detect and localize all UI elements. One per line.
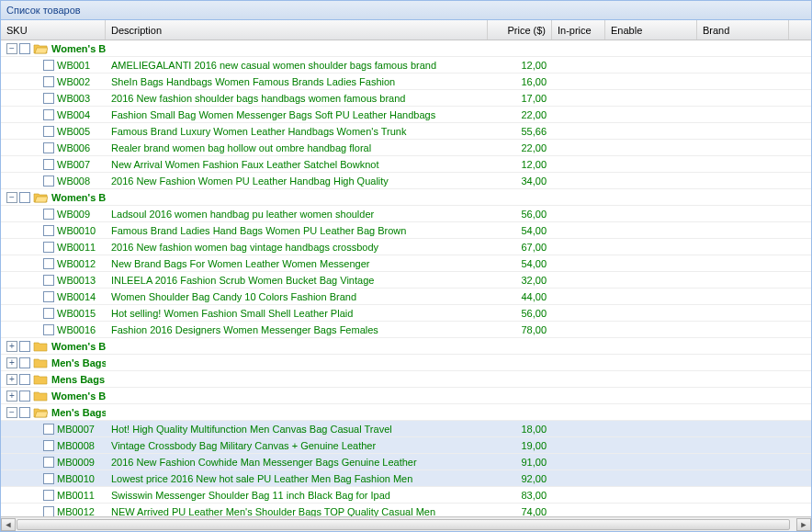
- col-header-brand[interactable]: Brand: [697, 20, 789, 40]
- col-header-desc[interactable]: Description: [106, 20, 488, 40]
- row-checkbox[interactable]: [43, 142, 54, 153]
- row-checkbox[interactable]: [43, 159, 54, 170]
- col-header-enable[interactable]: Enable: [605, 20, 697, 40]
- product-row[interactable]: WB0013INLEELA 2016 Fashion Scrub Women B…: [1, 272, 811, 289]
- collapse-icon[interactable]: −: [6, 192, 17, 203]
- product-row[interactable]: WB006Realer brand women bag hollow out o…: [1, 140, 811, 156]
- product-row[interactable]: MB0010Lowest price 2016 New hot sale PU …: [1, 470, 811, 487]
- scroll-thumb[interactable]: [17, 519, 790, 530]
- category-row[interactable]: −Women's Bags 4 (8): [1, 189, 811, 206]
- product-row[interactable]: WB009Ladsoul 2016 women handbag pu leath…: [1, 206, 811, 222]
- product-row[interactable]: WB007New Arrival Women Fashion Faux Leat…: [1, 156, 811, 173]
- col-header-inprice[interactable]: In-price: [552, 20, 605, 40]
- scroll-left-button[interactable]: ◄: [1, 518, 16, 531]
- product-row[interactable]: WB0014Women Shoulder Bag Candy 10 Colors…: [1, 289, 811, 305]
- category-row[interactable]: +Women's Bags 3 (22): [1, 338, 811, 355]
- product-row[interactable]: WB001AMELIEGALANTI 2016 new casual women…: [1, 57, 811, 74]
- row-checkbox[interactable]: [43, 258, 54, 269]
- price-cell: 18,00: [488, 424, 552, 435]
- row-checkbox[interactable]: [43, 308, 54, 319]
- tree-cell: +Men's Bags (16): [1, 357, 106, 368]
- category-label: Women's Bags 2 (32): [51, 391, 106, 402]
- sku-text: WB008: [57, 175, 90, 187]
- description-cell: Famous Brand Luxury Women Leather Handba…: [106, 126, 488, 137]
- row-checkbox[interactable]: [43, 506, 54, 517]
- category-row[interactable]: +Men's Bags (16): [1, 355, 811, 371]
- tree-cell: WB0010: [1, 225, 106, 236]
- category-row[interactable]: −Women's Bags (8): [1, 40, 811, 57]
- col-header-sku[interactable]: SKU: [1, 20, 106, 40]
- horizontal-scrollbar[interactable]: ◄ ►: [1, 516, 811, 531]
- product-row[interactable]: WB00112016 New fashion women bag vintage…: [1, 239, 811, 255]
- expand-icon[interactable]: +: [6, 374, 17, 385]
- description-cell: Ladsoul 2016 women handbag pu leather wo…: [106, 209, 488, 220]
- product-row[interactable]: MB0007Hot! High Quality Multifunction Me…: [1, 421, 811, 437]
- row-checkbox[interactable]: [19, 341, 30, 352]
- category-row[interactable]: +Mens Bags 3 (16): [1, 371, 811, 388]
- row-checkbox[interactable]: [19, 407, 30, 418]
- row-checkbox[interactable]: [43, 242, 54, 253]
- row-checkbox[interactable]: [43, 60, 54, 71]
- product-row[interactable]: WB004Fashion Small Bag Women Messenger B…: [1, 107, 811, 123]
- description-cell: Hot! High Quality Multifunction Men Canv…: [106, 424, 488, 435]
- product-row[interactable]: WB0010Famous Brand Ladies Hand Bags Wome…: [1, 222, 811, 239]
- tree-cell: WB0012: [1, 258, 106, 269]
- description-cell: Realer brand women bag hollow out ombre …: [106, 142, 488, 153]
- row-checkbox[interactable]: [43, 209, 54, 220]
- product-row[interactable]: WB002SheIn Bags Handbags Women Famous Br…: [1, 74, 811, 90]
- row-checkbox[interactable]: [43, 473, 54, 484]
- product-row[interactable]: MB0008Vintage Crossbody Bag Military Can…: [1, 437, 811, 454]
- description-cell: NEW Arrived PU Leather Men's Shoulder Ba…: [106, 506, 488, 517]
- row-checkbox[interactable]: [19, 391, 30, 402]
- row-checkbox[interactable]: [43, 76, 54, 87]
- product-row[interactable]: WB0015Hot selling! Women Fashion Small S…: [1, 305, 811, 322]
- row-checkbox[interactable]: [43, 275, 54, 286]
- product-row[interactable]: WB0016Fashion 2016 Designers Women Messe…: [1, 322, 811, 338]
- row-checkbox[interactable]: [19, 374, 30, 385]
- sku-text: MB0009: [57, 457, 95, 468]
- collapse-icon[interactable]: −: [6, 407, 17, 418]
- sku-text: WB002: [57, 76, 90, 87]
- col-header-price[interactable]: Price ($): [488, 20, 552, 40]
- product-row[interactable]: WB0082016 New Fashion Women PU Leather H…: [1, 173, 811, 189]
- product-row[interactable]: WB0012New Brand Bags For Women Leather W…: [1, 255, 811, 272]
- description-cell: New Arrival Women Fashion Faux Leather S…: [106, 159, 488, 170]
- scroll-track[interactable]: [16, 518, 796, 531]
- row-checkbox[interactable]: [43, 490, 54, 501]
- category-row[interactable]: +Women's Bags 2 (32): [1, 388, 811, 404]
- sku-text: MB0012: [57, 506, 95, 517]
- product-row[interactable]: WB005Famous Brand Luxury Women Leather H…: [1, 123, 811, 140]
- scroll-right-button[interactable]: ►: [796, 518, 811, 531]
- row-checkbox[interactable]: [19, 357, 30, 368]
- product-row[interactable]: WB0032016 New fashion shoulder bags hand…: [1, 90, 811, 107]
- price-cell: 74,00: [488, 506, 552, 517]
- row-checkbox[interactable]: [43, 424, 54, 435]
- tree-cell: MB0011: [1, 490, 106, 501]
- row-checkbox[interactable]: [43, 93, 54, 104]
- description-cell: Fashion 2016 Designers Women Messenger B…: [106, 324, 488, 335]
- expand-icon[interactable]: +: [6, 341, 17, 352]
- row-checkbox[interactable]: [43, 175, 54, 187]
- row-checkbox[interactable]: [43, 225, 54, 236]
- category-label: Women's Bags 3 (22): [51, 341, 106, 352]
- row-checkbox[interactable]: [43, 291, 54, 302]
- price-cell: 56,00: [488, 308, 552, 319]
- row-checkbox[interactable]: [19, 192, 30, 203]
- grid-body[interactable]: −Women's Bags (8)WB001AMELIEGALANTI 2016…: [1, 40, 811, 516]
- category-row[interactable]: −Men's Bags 2 (26): [1, 404, 811, 421]
- tree-cell: WB009: [1, 209, 106, 220]
- row-checkbox[interactable]: [19, 43, 30, 54]
- row-checkbox[interactable]: [43, 126, 54, 137]
- product-row[interactable]: MB00092016 New Fashion Cowhide Man Messe…: [1, 454, 811, 470]
- row-checkbox[interactable]: [43, 440, 54, 451]
- collapse-icon[interactable]: −: [6, 43, 17, 54]
- row-checkbox[interactable]: [43, 109, 54, 120]
- expand-icon[interactable]: +: [6, 357, 17, 368]
- row-checkbox[interactable]: [43, 324, 54, 335]
- sku-text: WB0013: [57, 275, 96, 286]
- expand-icon[interactable]: +: [6, 391, 17, 402]
- product-row[interactable]: MB0012NEW Arrived PU Leather Men's Shoul…: [1, 504, 811, 516]
- row-checkbox[interactable]: [43, 457, 54, 468]
- product-row[interactable]: MB0011Swisswin Messenger Shoulder Bag 11…: [1, 487, 811, 504]
- sku-text: WB0010: [57, 225, 96, 236]
